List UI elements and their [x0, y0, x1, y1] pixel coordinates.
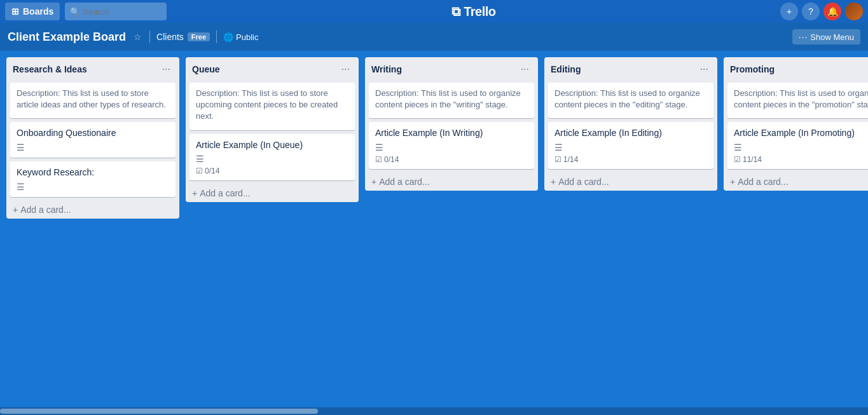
info-icon: ?: [808, 6, 813, 17]
add-button[interactable]: +: [780, 3, 798, 20]
bell-icon: 🔔: [827, 6, 838, 17]
card-title-writing-1: Article Example (In Writing): [375, 127, 528, 140]
info-button[interactable]: ?: [802, 3, 820, 20]
plus-icon-writing: +: [371, 177, 376, 187]
list-queue: Queue···Description: This list is used t…: [186, 57, 359, 202]
free-badge: Free: [188, 32, 210, 41]
card-title-research-2: Keyword Research:: [17, 167, 169, 179]
card-queue-0[interactable]: Description: This list is used to store …: [189, 83, 355, 130]
header-divider-2: [216, 31, 217, 43]
trello-logo-icon: ⧉: [451, 4, 460, 19]
add-card-label-editing: Add a card...: [558, 177, 609, 187]
card-desc-research-0: Description: This list is used to store …: [17, 88, 169, 111]
workspace-badge: Clients Free: [156, 32, 210, 42]
badge-text-writing-1-1: 0/14: [384, 155, 399, 164]
list-menu-button-queue[interactable]: ···: [339, 62, 352, 76]
avatar: [845, 3, 863, 20]
card-promoting-1[interactable]: Article Example (In Promoting)☰☑11/14: [727, 122, 868, 169]
list-menu-button-research[interactable]: ···: [160, 62, 173, 76]
card-writing-0[interactable]: Description: This list is used to organi…: [369, 83, 534, 118]
add-card-button-promoting[interactable]: + Add a card...: [724, 173, 868, 191]
search-input[interactable]: [65, 3, 167, 20]
card-lines-icon-writing-1: ☰: [375, 142, 528, 153]
list-title-promoting: Promoting: [730, 64, 868, 74]
plus-icon: +: [787, 6, 792, 17]
card-footer-writing-1: ☑0/14: [375, 155, 528, 164]
star-icon: ☆: [134, 32, 142, 42]
add-card-button-queue[interactable]: + Add a card...: [186, 184, 359, 202]
board-content: Research & Ideas···Description: This lis…: [0, 51, 868, 415]
avatar-button[interactable]: [845, 3, 863, 20]
card-footer-queue-1: ☑0/14: [196, 167, 348, 175]
card-editing-0[interactable]: Description: This list is used to organi…: [548, 83, 713, 118]
list-menu-button-writing[interactable]: ···: [518, 62, 532, 76]
list-header-research: Research & Ideas···: [6, 57, 179, 81]
badge-icon-queue-1-1: ☑: [196, 167, 203, 175]
card-badge-editing-1-1: ☑1/14: [555, 155, 578, 164]
header-divider-1: [149, 31, 150, 43]
header-right: ··· Show Menu: [792, 29, 860, 44]
list-body-research: Description: This list is used to store …: [6, 81, 179, 219]
card-lines-icon-queue-1: ☰: [196, 154, 348, 164]
card-promoting-0[interactable]: Description: This list is used to organi…: [727, 83, 868, 118]
list-body-writing: Description: This list is used to organi…: [365, 81, 538, 191]
list-header-writing: Writing···: [365, 57, 538, 81]
list-writing: Writing···Description: This list is used…: [365, 57, 538, 191]
notifications-button[interactable]: 🔔: [823, 3, 841, 20]
add-card-label-queue: Add a card...: [200, 188, 250, 198]
card-lines-icon-promoting-1: ☰: [734, 142, 868, 153]
plus-icon-promoting: +: [730, 177, 735, 187]
visibility-badge[interactable]: 🌐 Public: [223, 32, 258, 42]
card-badge-writing-1-1: ☑0/14: [375, 155, 399, 164]
list-title-queue: Queue: [192, 64, 339, 74]
card-title-promoting-1: Article Example (In Promoting): [734, 127, 868, 140]
list-body-editing: Description: This list is used to organi…: [544, 81, 717, 191]
card-footer-editing-1: ☑1/14: [555, 155, 707, 164]
card-editing-1[interactable]: Article Example (In Editing)☰☑1/14: [548, 122, 713, 169]
badge-icon-promoting-1-1: ☑: [734, 155, 741, 164]
card-desc-writing-0: Description: This list is used to organi…: [375, 88, 528, 111]
plus-icon-editing: +: [551, 177, 556, 187]
show-menu-button[interactable]: ··· Show Menu: [792, 29, 860, 44]
boards-button[interactable]: ⊞ Boards: [5, 3, 60, 20]
list-research: Research & Ideas···Description: This lis…: [6, 57, 179, 219]
star-button[interactable]: ☆: [132, 31, 143, 43]
visibility-label: Public: [236, 32, 258, 42]
card-queue-1[interactable]: Article Example (In Queue)☰☑0/14: [189, 134, 355, 181]
list-header-editing: Editing···: [544, 57, 717, 81]
card-title-editing-1: Article Example (In Editing): [555, 127, 707, 140]
card-research-2[interactable]: Keyword Research:☰: [10, 161, 176, 197]
list-menu-button-editing[interactable]: ···: [698, 62, 711, 76]
badge-text-editing-1-1: 1/14: [563, 155, 578, 164]
list-title-writing: Writing: [371, 64, 518, 74]
badge-text-queue-1-1: 0/14: [205, 167, 219, 175]
card-research-1[interactable]: Onboarding Questionaire☰: [10, 122, 176, 158]
search-wrapper: 🔍: [65, 3, 167, 20]
workspace-label[interactable]: Clients: [156, 32, 184, 42]
card-writing-1[interactable]: Article Example (In Writing)☰☑0/14: [369, 122, 534, 169]
add-card-label-promoting: Add a card...: [738, 177, 788, 187]
card-lines-icon-editing-1: ☰: [555, 142, 707, 153]
board-title[interactable]: Client Example Board: [8, 31, 126, 44]
add-card-button-editing[interactable]: + Add a card...: [544, 173, 717, 191]
scroll-thumb: [0, 409, 318, 414]
card-lines-icon-research-1: ☰: [17, 142, 169, 153]
top-nav: ⊞ Boards 🔍 ⧉ Trello + ? 🔔: [0, 0, 868, 23]
add-card-label-writing: Add a card...: [379, 177, 429, 187]
list-editing: Editing···Description: This list is used…: [544, 57, 717, 191]
card-research-0[interactable]: Description: This list is used to store …: [10, 83, 176, 118]
board-header: Client Example Board ☆ Clients Free 🌐 Pu…: [0, 23, 868, 51]
list-title-editing: Editing: [551, 64, 698, 74]
scroll-bar[interactable]: [0, 407, 868, 415]
trello-logo-text: Trello: [464, 4, 495, 19]
list-header-promoting: Promoting···: [724, 57, 868, 81]
card-footer-promoting-1: ☑11/14: [734, 155, 868, 164]
boards-label: Boards: [23, 6, 53, 17]
add-card-button-writing[interactable]: + Add a card...: [365, 173, 538, 191]
list-header-queue: Queue···: [186, 57, 359, 81]
badge-icon-writing-1-1: ☑: [375, 155, 382, 164]
add-card-button-research[interactable]: + Add a card...: [6, 201, 179, 219]
card-desc-promoting-0: Description: This list is used to organi…: [734, 88, 868, 111]
nav-center: ⧉ Trello: [172, 4, 775, 19]
badge-icon-editing-1-1: ☑: [555, 155, 561, 164]
